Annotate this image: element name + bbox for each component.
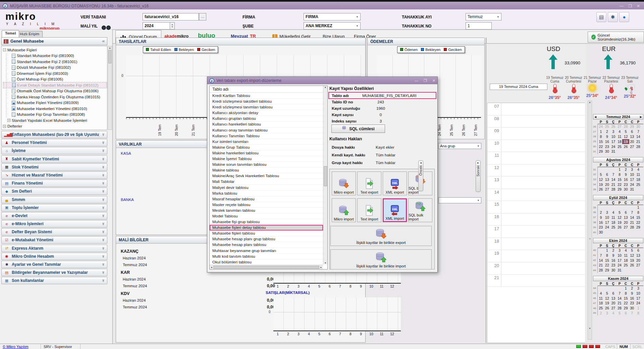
- calendar-day[interactable]: 20: [610, 301, 616, 305]
- calendar-day[interactable]: 10: [635, 291, 642, 295]
- calendar-day[interactable]: 15: [616, 178, 623, 182]
- day-planner[interactable]: 070809101112131415161718192021: [487, 103, 585, 343]
- calendar-day[interactable]: 26: [629, 263, 635, 267]
- calendar-day[interactable]: 14: [616, 296, 623, 300]
- calendar-day[interactable]: 30: [629, 306, 635, 310]
- calendar-day[interactable]: 2: [598, 311, 604, 315]
- calendar-day[interactable]: 22: [598, 145, 604, 149]
- calendar-day[interactable]: 27: [623, 225, 629, 229]
- calendar-day[interactable]: 13: [635, 253, 642, 257]
- calendar-day[interactable]: 3: [604, 311, 610, 315]
- planner-hour-row[interactable]: 12: [487, 164, 585, 177]
- calendar-day[interactable]: 12: [598, 178, 604, 182]
- calendar-day[interactable]: 24: [629, 183, 635, 187]
- table-list-hscrollbar[interactable]: ◄►: [210, 265, 323, 269]
- calendar-day[interactable]: 26: [623, 145, 629, 149]
- table-list-row[interactable]: Maliyet devir tablosu: [210, 185, 323, 191]
- sonraki-paddle[interactable]: ► Sonraki: [476, 160, 481, 192]
- calendar-day[interactable]: 29: [604, 268, 610, 272]
- sidebar-section[interactable]: ♟Personel Yönetimi≫: [1, 139, 107, 146]
- calendar-day[interactable]: 27: [610, 306, 616, 310]
- calendar-day[interactable]: 29: [635, 225, 642, 229]
- calendar-day[interactable]: 20: [635, 258, 642, 262]
- planner-hour-row[interactable]: 08: [487, 115, 585, 128]
- calendar-day[interactable]: 24: [604, 225, 610, 229]
- calendar-day[interactable]: 27: [616, 124, 623, 129]
- planner-hour-row[interactable]: 18: [487, 238, 585, 250]
- calendar-day[interactable]: 24: [598, 124, 604, 129]
- calendar-day[interactable]: 18: [610, 220, 616, 225]
- collapse-minus-icon[interactable]: −: [3, 48, 6, 51]
- kasa-link[interactable]: KASA: [121, 151, 131, 155]
- calendar-day[interactable]: 21: [629, 220, 635, 225]
- text-export-button[interactable]: Text export: [357, 171, 381, 195]
- search-binoculars-icon[interactable]: [102, 26, 111, 30]
- calendar-day[interactable]: 15: [598, 140, 604, 144]
- ana-grup-select[interactable]: Ana grup▼: [438, 143, 481, 149]
- calendar-day[interactable]: 4: [616, 130, 623, 134]
- close-icon[interactable]: ✕: [432, 79, 435, 83]
- planner-hour-row[interactable]: 10: [487, 140, 585, 152]
- calendar-day[interactable]: 9: [629, 291, 635, 295]
- calendar-day[interactable]: 21: [616, 301, 623, 305]
- next-month-icon[interactable]: ▶: [640, 115, 642, 118]
- chevron-expand-icon[interactable]: ≫: [101, 247, 105, 250]
- table-list-row[interactable]: Makine tablosu: [210, 167, 323, 173]
- calendar-day[interactable]: 23: [598, 225, 604, 229]
- maximize-icon[interactable]: ❐: [424, 79, 427, 83]
- calendar-day[interactable]: 26: [598, 187, 604, 191]
- calendar-day[interactable]: 24: [635, 301, 642, 305]
- calendar-day[interactable]: 4: [598, 291, 604, 295]
- calendar-day[interactable]: 8: [623, 291, 629, 295]
- calendar-day[interactable]: 10: [616, 253, 623, 257]
- calendar-day[interactable]: 5: [604, 291, 610, 295]
- related-records-export-button[interactable]: İlişkili kayıtlar ile birlikte export: [330, 226, 432, 246]
- tree-item[interactable]: Standart Muhasebe Fişi 2 (081001): [3, 59, 107, 65]
- calendar-day[interactable]: 14: [598, 258, 604, 262]
- calendar-day[interactable]: 1: [604, 248, 610, 252]
- calendar-day[interactable]: 28: [623, 124, 629, 129]
- table-list-row[interactable]: Kullanıcı aksiyonları detay: [210, 110, 323, 116]
- calendar-day[interactable]: 4: [635, 167, 642, 171]
- table-list-row[interactable]: Kullanıcı Tanımları Tablosu: [210, 133, 323, 139]
- chevron-expand-icon[interactable]: ≫: [101, 214, 105, 217]
- calendar-day[interactable]: 15: [623, 296, 629, 300]
- planner-hour-row[interactable]: 16: [487, 213, 585, 226]
- calendar-day[interactable]: 17: [635, 296, 642, 300]
- table-list-vscrollbar[interactable]: ▲▼: [323, 86, 327, 264]
- mali-yil-spinner[interactable]: ▲▼: [170, 22, 175, 30]
- calendar-day[interactable]: 3: [635, 286, 642, 290]
- calendar-day[interactable]: 28: [610, 187, 616, 191]
- calendar-day[interactable]: 5: [629, 248, 635, 252]
- calendar-day[interactable]: 29: [623, 306, 629, 310]
- sidebar-section[interactable]: ♜Sabit Kıymetler Yönetimi≫: [1, 155, 107, 163]
- calendar-day[interactable]: 2: [604, 130, 610, 134]
- table-list-row[interactable]: Muhasebe hesap planı grup tablosu: [210, 236, 323, 242]
- calendar-day[interactable]: 3: [604, 210, 610, 214]
- table-list-row[interactable]: Masraf hesaplar tablosu: [210, 196, 323, 202]
- calendar-day[interactable]: 6: [635, 248, 642, 252]
- calendar-day[interactable]: 28: [629, 225, 635, 229]
- table-list-row[interactable]: Kullanıcı grupları tablosu: [210, 116, 323, 121]
- table-list-row[interactable]: Muhasebe fişleri tablosu: [210, 231, 323, 236]
- calendar-day[interactable]: 9: [610, 253, 616, 257]
- tree-item[interactable]: Muhasebe Fişi Grup Tanımları (081008): [3, 112, 107, 118]
- expand-plus-icon[interactable]: +: [7, 119, 10, 122]
- calendar-day[interactable]: 24: [610, 145, 616, 149]
- tree-item[interactable]: Özel Mahsup Fişi (081005): [3, 77, 107, 83]
- planner-hour-row[interactable]: 15: [487, 201, 585, 213]
- sidebar-section[interactable]: ↘Hizmet ve Masraf Yönetimi≫: [1, 171, 107, 179]
- table-list-row[interactable]: Muhasebe hesap planı tablosu: [210, 242, 323, 248]
- calendar-day[interactable]: 19: [604, 301, 610, 305]
- calendar-day[interactable]: 6: [623, 210, 629, 214]
- chevron-expand-icon[interactable]: ≫: [101, 271, 105, 274]
- calendar-day[interactable]: 26: [616, 225, 623, 229]
- table-list-header[interactable]: Tablo adı: [210, 86, 327, 93]
- calendar-day[interactable]: 14: [610, 178, 616, 182]
- calendar-day[interactable]: 9: [598, 215, 604, 219]
- calendar-day[interactable]: 4: [623, 248, 629, 252]
- calendar-day[interactable]: 30: [598, 230, 604, 234]
- calendar-day[interactable]: 21: [635, 140, 642, 144]
- sidebar-scrollbar[interactable]: ▲: [108, 46, 112, 130]
- calendar-day[interactable]: 30: [623, 187, 629, 191]
